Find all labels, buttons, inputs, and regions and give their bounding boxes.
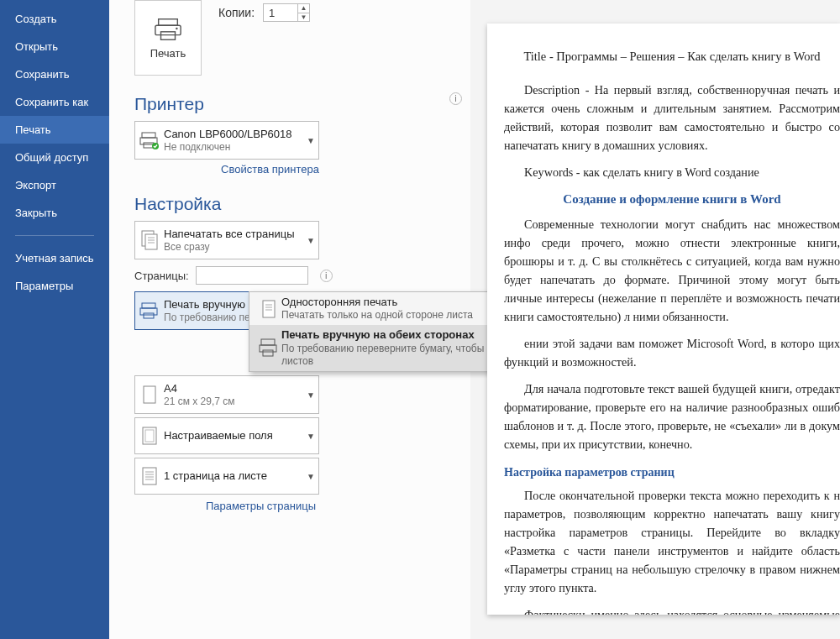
doc-paragraph: После окончательной проверки текста можн… bbox=[504, 486, 840, 597]
svg-rect-0 bbox=[159, 18, 178, 25]
paper-size-main: A4 bbox=[164, 382, 303, 395]
paper-size-dropdown[interactable]: A4 21 см x 29,7 см ▼ bbox=[134, 375, 319, 414]
sidebar-item-save-as[interactable]: Сохранить как bbox=[0, 88, 109, 116]
sheet-icon bbox=[135, 466, 164, 486]
single-side-icon bbox=[256, 298, 281, 320]
info-icon[interactable]: i bbox=[320, 270, 333, 282]
backstage-sidebar: Создать Открыть Сохранить Сохранить как … bbox=[0, 0, 109, 639]
doc-paragraph: Для начала подготовьте текст вашей будущ… bbox=[504, 380, 840, 453]
pages-input[interactable] bbox=[196, 266, 308, 285]
page-setup-link[interactable]: Параметры страницы bbox=[134, 500, 319, 512]
print-preview-area: Title - Программы – Решения – Как сделат… bbox=[470, 0, 840, 639]
printer-icon bbox=[154, 17, 182, 42]
copies-up-arrow[interactable]: ▲ bbox=[298, 3, 309, 13]
doc-paragraph: Современные технологии могут снабдить на… bbox=[504, 215, 840, 326]
doc-paragraph: ении этой задачи вам поможет Microsoft W… bbox=[504, 334, 840, 371]
doc-paragraph: Фактически именно здесь находятся основн… bbox=[504, 605, 840, 615]
svg-rect-9 bbox=[145, 234, 157, 249]
svg-point-3 bbox=[176, 27, 177, 29]
print-button[interactable]: Печать bbox=[134, 0, 202, 76]
copies-value: 1 bbox=[269, 7, 275, 19]
preview-page: Title - Программы – Решения – Как сделат… bbox=[487, 24, 840, 615]
manual-duplex-icon bbox=[256, 337, 281, 359]
printer-name: Canon LBP6000/LBP6018 bbox=[164, 128, 303, 141]
sidebar-item-export[interactable]: Экспорт bbox=[0, 171, 109, 199]
svg-rect-13 bbox=[142, 303, 155, 308]
page-icon bbox=[135, 385, 164, 405]
sidebar-item-create[interactable]: Создать bbox=[0, 5, 109, 33]
chevron-down-icon: ▼ bbox=[303, 236, 318, 245]
doc-title: Title - Программы – Решения – Как сделат… bbox=[504, 47, 840, 65]
copies-spinner[interactable]: 1 ▲ ▼ bbox=[263, 3, 310, 22]
print-scope-dropdown[interactable]: Напечатать все страницы Все сразу ▼ bbox=[134, 221, 319, 259]
pages-per-sheet-dropdown[interactable]: 1 страница на листе ▼ bbox=[134, 458, 319, 495]
printer-dropdown[interactable]: Canon LBP6000/LBP6018 Не подключен ▼ bbox=[134, 121, 319, 160]
svg-rect-15 bbox=[144, 313, 154, 318]
paper-size-sub: 21 см x 29,7 см bbox=[164, 395, 303, 407]
svg-rect-24 bbox=[263, 301, 275, 317]
svg-rect-29 bbox=[260, 345, 276, 352]
printer-status: Не подключен bbox=[164, 141, 303, 153]
printer-section-title: Принтер bbox=[134, 94, 204, 114]
sidebar-item-options[interactable]: Параметры bbox=[0, 272, 109, 300]
sidebar-separator bbox=[15, 235, 94, 236]
svg-rect-4 bbox=[142, 133, 155, 138]
doc-heading-1: Создание и оформление книги в Word bbox=[504, 190, 840, 209]
copies-down-arrow[interactable]: ▼ bbox=[298, 13, 309, 23]
chevron-down-icon: ▼ bbox=[303, 136, 318, 145]
sidebar-item-save[interactable]: Сохранить bbox=[0, 60, 109, 88]
info-icon[interactable]: i bbox=[449, 92, 462, 105]
settings-section-title: Настройка bbox=[134, 194, 462, 214]
svg-rect-16 bbox=[144, 386, 155, 403]
pages-icon bbox=[135, 229, 164, 251]
svg-rect-19 bbox=[143, 468, 156, 484]
svg-rect-18 bbox=[145, 430, 154, 442]
chevron-down-icon: ▼ bbox=[303, 432, 318, 441]
doc-description: Description - На первый взгляд, собствен… bbox=[504, 81, 840, 155]
printer-properties-link[interactable]: Свойства принтера bbox=[134, 163, 319, 175]
sidebar-item-open[interactable]: Открыть bbox=[0, 33, 109, 60]
sidebar-item-close[interactable]: Закрыть bbox=[0, 199, 109, 227]
pages-label: Страницы: bbox=[134, 270, 189, 282]
svg-rect-2 bbox=[161, 31, 176, 39]
print-button-label: Печать bbox=[150, 47, 186, 60]
doc-keywords: Keywords - как сделать книгу в Word созд… bbox=[504, 163, 840, 181]
svg-rect-30 bbox=[263, 350, 273, 356]
chevron-down-icon: ▼ bbox=[303, 472, 318, 481]
chevron-down-icon: ▼ bbox=[303, 390, 318, 400]
print-settings-panel: Печать Копии: 1 ▲ ▼ Принтер i bbox=[109, 0, 470, 639]
margins-dropdown[interactable]: Настраиваемые поля ▼ bbox=[134, 417, 319, 454]
margins-icon bbox=[135, 426, 164, 446]
print-scope-main: Напечатать все страницы bbox=[164, 228, 303, 241]
doc-heading-2: Настройка параметров страниц bbox=[504, 464, 840, 482]
sidebar-item-share[interactable]: Общий доступ bbox=[0, 144, 109, 171]
pages-per-sheet-main: 1 страница на листе bbox=[164, 469, 303, 483]
copies-label: Копии: bbox=[218, 6, 255, 19]
sidebar-item-account[interactable]: Учетная запись bbox=[0, 244, 109, 272]
sidebar-item-print[interactable]: Печать bbox=[0, 116, 109, 144]
print-scope-sub: Все сразу bbox=[164, 241, 303, 253]
duplex-icon bbox=[135, 301, 164, 320]
svg-rect-28 bbox=[261, 339, 275, 345]
svg-rect-1 bbox=[155, 25, 181, 34]
printer-status-icon bbox=[135, 131, 164, 149]
margins-main: Настраиваемые поля bbox=[164, 429, 303, 443]
svg-rect-14 bbox=[140, 308, 157, 315]
